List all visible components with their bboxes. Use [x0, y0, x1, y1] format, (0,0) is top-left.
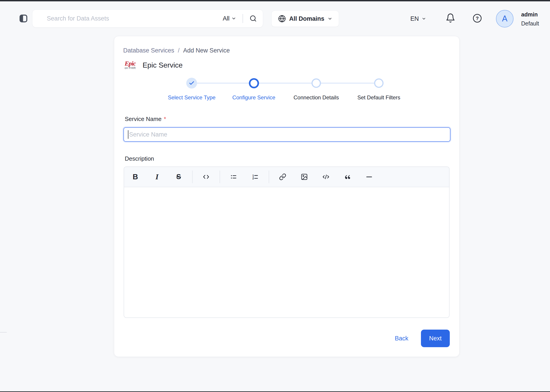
- svg-text:2: 2: [252, 177, 254, 180]
- editor-toolbar: B I S 1: [124, 167, 449, 187]
- strikethrough-button[interactable]: S: [170, 170, 187, 184]
- toolbar-divider: [220, 171, 220, 183]
- service-name-placeholder: Service Name: [129, 131, 167, 138]
- step-label: Set Default Filters: [345, 94, 413, 101]
- svg-text:?: ?: [476, 15, 479, 21]
- numbered-list-button[interactable]: 1 2: [247, 170, 263, 184]
- back-button[interactable]: Back: [395, 335, 408, 342]
- image-button[interactable]: [296, 170, 312, 184]
- user-team: Default: [521, 19, 539, 28]
- search-scope-dropdown[interactable]: All: [223, 15, 236, 22]
- language-dropdown[interactable]: EN: [410, 14, 426, 24]
- bold-icon: B: [133, 173, 138, 181]
- description-label: Description: [125, 155, 154, 162]
- bell-icon: [446, 13, 455, 23]
- link-button[interactable]: [275, 170, 291, 184]
- wizard-footer: Back Next: [395, 329, 450, 347]
- horizontal-rule-icon: [366, 174, 373, 180]
- step-active-circle: [249, 78, 259, 88]
- required-marker: *: [164, 116, 166, 122]
- all-domains-button[interactable]: All Domains: [272, 11, 339, 27]
- epic-on-fhir-logo: Epic on FHIR: [123, 61, 137, 70]
- step-configure-service: Configure Service: [220, 75, 288, 101]
- step-done-circle: [186, 78, 197, 89]
- question-circle-icon: ?: [473, 14, 482, 23]
- search-input[interactable]: Search for Data Assets: [47, 15, 223, 22]
- link-icon: [279, 173, 286, 181]
- sidebar-edge-divider: [0, 332, 7, 333]
- quote-icon: [344, 174, 351, 180]
- search-divider: [243, 14, 243, 23]
- numbered-list-icon: 1 2: [251, 173, 259, 181]
- window-top-strip: [0, 0, 550, 1]
- breadcrumb-database-services[interactable]: Database Services: [123, 47, 174, 54]
- description-textarea[interactable]: [124, 187, 449, 317]
- bulleted-list-icon: [230, 173, 237, 181]
- step-connection-details: Connection Details: [282, 75, 350, 101]
- chevron-down-icon: [422, 16, 426, 21]
- blockquote-button[interactable]: [339, 170, 356, 184]
- toolbar-divider: [192, 171, 193, 183]
- toolbar-divider: [269, 171, 269, 183]
- step-pending-circle: [374, 78, 383, 88]
- code-block-button[interactable]: [318, 170, 334, 184]
- search-icon[interactable]: [249, 15, 257, 22]
- search-scope-label: All: [223, 15, 230, 22]
- user-menu[interactable]: admin Default: [521, 10, 539, 28]
- code-icon: [322, 173, 330, 181]
- step-label: Configure Service: [220, 94, 288, 101]
- page-title: Epic Service: [143, 61, 183, 69]
- horizontal-rule-button[interactable]: [361, 170, 377, 184]
- text-caret: [128, 130, 128, 139]
- step-set-default-filters: Set Default Filters: [345, 75, 413, 101]
- breadcrumb-separator: /: [178, 47, 180, 54]
- sidebar-toggle-button[interactable]: [19, 14, 28, 23]
- step-pending-circle: [312, 78, 321, 88]
- epic-logo-subtitle: on FHIR: [123, 66, 137, 70]
- service-header: Epic on FHIR Epic Service: [123, 61, 183, 70]
- help-button[interactable]: ?: [473, 14, 482, 23]
- bulleted-list-button[interactable]: [225, 170, 242, 184]
- step-label: Select Service Type: [158, 94, 225, 101]
- check-icon: [189, 80, 195, 86]
- step-select-service-type: Select Service Type: [158, 75, 225, 101]
- all-domains-label: All Domains: [289, 15, 324, 22]
- chevron-down-icon: [327, 16, 332, 21]
- description-editor: B I S 1: [124, 167, 450, 318]
- panel-left-icon: [19, 14, 28, 23]
- user-avatar[interactable]: A: [496, 10, 514, 28]
- epic-logo-word: Epic: [123, 61, 137, 66]
- user-name: admin: [521, 10, 539, 19]
- step-label: Connection Details: [282, 94, 350, 101]
- wizard-stepper: Select Service Type Configure Service Co…: [114, 75, 460, 104]
- italic-icon: I: [155, 173, 158, 181]
- image-icon: [301, 173, 308, 181]
- add-service-card: Database Services / Add New Service Epic…: [114, 36, 459, 357]
- breadcrumb: Database Services / Add New Service: [123, 47, 230, 54]
- avatar-initial: A: [502, 14, 508, 23]
- breadcrumb-add-new-service: Add New Service: [183, 47, 230, 54]
- next-button[interactable]: Next: [421, 329, 450, 347]
- inline-code-button[interactable]: [198, 170, 214, 184]
- notifications-button[interactable]: [446, 13, 455, 23]
- strikethrough-icon: S: [176, 173, 181, 181]
- bold-button[interactable]: B: [127, 170, 143, 184]
- service-name-label: Service Name*: [125, 116, 166, 123]
- globe-icon: [278, 15, 286, 23]
- language-label: EN: [410, 15, 419, 22]
- service-name-input[interactable]: Service Name: [123, 127, 451, 142]
- italic-button[interactable]: I: [149, 170, 165, 184]
- global-search-bar[interactable]: Search for Data Assets All: [32, 9, 263, 28]
- angle-brackets-icon: [202, 173, 210, 181]
- chevron-down-icon: [231, 16, 236, 21]
